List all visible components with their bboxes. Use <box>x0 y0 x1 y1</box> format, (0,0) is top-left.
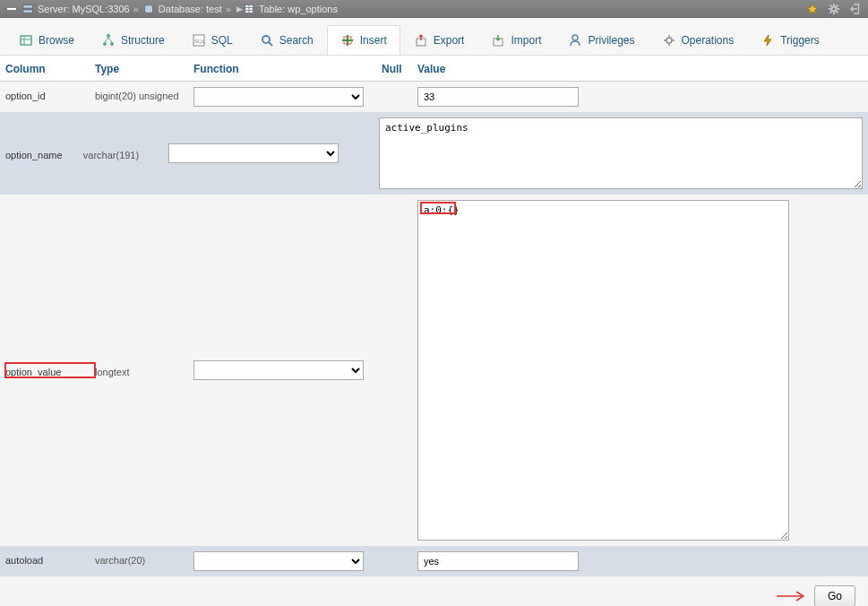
server-icon <box>21 3 34 15</box>
field-row-autoload: autoloadvarchar(20) <box>0 546 868 576</box>
export-icon <box>414 33 428 48</box>
tab-operations[interactable]: Operations <box>649 25 748 55</box>
value-input[interactable]: a:0:{} <box>417 200 789 541</box>
column-headers: Column Type Function Null Value <box>0 56 868 82</box>
svg-line-28 <box>269 42 272 46</box>
header-function: Function <box>193 63 373 75</box>
svg-line-16 <box>837 4 838 6</box>
form-footer: Go <box>0 576 868 606</box>
tab-label: Triggers <box>780 34 820 47</box>
svg-line-23 <box>105 38 108 42</box>
collapse-icon[interactable] <box>5 3 18 15</box>
gear-icon[interactable] <box>827 2 841 16</box>
svg-line-13 <box>830 4 832 6</box>
breadcrumb-table[interactable]: Table: wp_options <box>259 4 338 14</box>
tab-label: Privileges <box>588 34 634 47</box>
triggers-icon <box>761 33 775 48</box>
svg-rect-17 <box>21 36 31 45</box>
tab-triggers[interactable]: Triggers <box>747 25 833 55</box>
tab-label: Search <box>279 34 314 47</box>
tab-label: Import <box>511 34 541 47</box>
tab-search[interactable]: Search <box>246 25 327 55</box>
tab-label: SQL <box>211 34 233 47</box>
column-type: longtext <box>95 363 193 377</box>
svg-rect-1 <box>23 4 33 8</box>
database-icon <box>142 3 155 15</box>
breadcrumb-database[interactable]: Database: test <box>159 4 222 14</box>
function-select[interactable] <box>168 143 339 163</box>
field-row-option_value: option_valuelongtexta:0:{} <box>0 195 868 546</box>
sql-icon: SQL <box>192 33 206 48</box>
go-button[interactable]: Go <box>814 585 855 606</box>
tab-label: Operations <box>682 34 735 47</box>
header-type: Type <box>95 63 193 75</box>
import-icon <box>491 33 505 48</box>
value-input[interactable] <box>417 87 579 107</box>
header-null: Null <box>373 63 417 75</box>
favorite-icon[interactable] <box>805 2 820 16</box>
value-input[interactable]: active_plugins <box>379 117 863 189</box>
column-type: varchar(20) <box>95 551 193 566</box>
header-value: Value <box>417 63 863 75</box>
svg-point-20 <box>107 34 110 38</box>
column-name: option_name <box>5 146 83 160</box>
privileges-icon <box>568 33 582 48</box>
field-row-option_id: option_idbigint(20) unsigned <box>0 82 868 112</box>
tab-structure[interactable]: Structure <box>88 25 178 55</box>
svg-rect-0 <box>7 8 16 10</box>
breadcrumb-sep: » <box>226 4 231 14</box>
function-select[interactable] <box>193 360 364 380</box>
function-select[interactable] <box>193 551 364 571</box>
tab-label: Export <box>434 34 465 47</box>
field-row-option_name: option_namevarchar(191)active_plugins <box>0 112 868 195</box>
breadcrumb-bar: Server: MySQL:3306 » Database: test » ▶ … <box>0 0 868 18</box>
tab-sql[interactable]: SQLSQL <box>178 25 246 55</box>
tab-bar: BrowseStructureSQLSQLSearchInsertExportI… <box>0 18 868 56</box>
tab-privileges[interactable]: Privileges <box>554 25 648 55</box>
operations-icon <box>662 33 676 48</box>
search-icon <box>260 33 274 48</box>
svg-point-21 <box>103 42 107 46</box>
tab-insert[interactable]: Insert <box>327 25 400 55</box>
svg-rect-2 <box>23 9 33 13</box>
tab-browse[interactable]: Browse <box>5 25 88 55</box>
tab-label: Structure <box>121 34 165 47</box>
svg-point-35 <box>666 38 672 43</box>
function-select[interactable] <box>193 87 364 107</box>
svg-line-15 <box>830 11 832 13</box>
breadcrumb-sep: » <box>133 4 139 14</box>
insert-icon <box>340 33 355 48</box>
exit-icon[interactable] <box>848 2 863 16</box>
tab-export[interactable]: Export <box>400 25 478 55</box>
svg-line-14 <box>837 11 838 13</box>
breadcrumb-server[interactable]: Server: MySQL:3306 <box>38 4 130 14</box>
column-name: option_id <box>5 87 95 101</box>
tab-label: Insert <box>360 34 387 47</box>
arrow-icon <box>777 590 807 602</box>
expand-icon[interactable]: ▶ <box>236 4 243 13</box>
column-name: option_value <box>5 363 95 377</box>
svg-point-8 <box>831 6 836 11</box>
svg-point-34 <box>572 35 578 40</box>
svg-point-22 <box>110 42 114 46</box>
tab-label: Browse <box>39 34 74 47</box>
tab-import[interactable]: Import <box>477 25 554 55</box>
svg-text:SQL: SQL <box>194 39 206 44</box>
column-type: varchar(191) <box>83 146 168 160</box>
column-type: bigint(20) unsigned <box>95 87 193 101</box>
structure-icon <box>101 33 116 48</box>
browse-icon <box>19 33 33 48</box>
value-input[interactable] <box>417 551 579 571</box>
column-name: autoload <box>5 551 95 566</box>
table-icon <box>243 3 255 15</box>
svg-point-27 <box>262 36 270 43</box>
svg-line-24 <box>108 38 112 42</box>
header-column: Column <box>5 63 95 75</box>
